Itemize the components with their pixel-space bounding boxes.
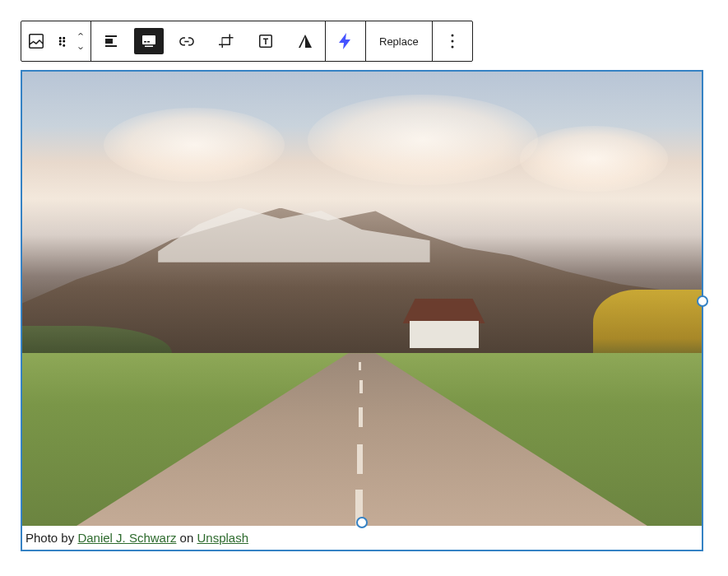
toolbar-group-ai — [326, 21, 366, 61]
crop-icon — [216, 31, 236, 51]
link-button[interactable] — [167, 21, 206, 61]
svg-point-6 — [451, 46, 453, 49]
move-up-button[interactable] — [72, 28, 90, 41]
image-caption[interactable]: Photo by Daniel J. Schwarz on Unsplash — [22, 526, 702, 550]
more-options-button[interactable] — [433, 21, 472, 61]
image-decoration — [359, 380, 363, 393]
block-toolbar: Replace — [21, 21, 473, 62]
align-icon — [101, 31, 121, 51]
block-mover — [71, 25, 90, 58]
resize-handle-bottom[interactable] — [356, 517, 368, 528]
svg-rect-3 — [147, 41, 150, 43]
duotone-button[interactable] — [285, 21, 325, 61]
drag-handle[interactable] — [51, 34, 71, 49]
block-image — [22, 72, 702, 526]
image-decoration — [357, 444, 363, 474]
svg-rect-0 — [142, 35, 155, 44]
image-decoration — [403, 299, 485, 323]
svg-point-4 — [451, 35, 453, 37]
crop-button[interactable] — [206, 21, 246, 61]
svg-rect-2 — [144, 41, 146, 43]
image-decoration — [104, 108, 285, 182]
replace-button[interactable]: Replace — [366, 21, 432, 61]
move-down-button[interactable] — [72, 41, 90, 54]
caption-icon — [139, 31, 159, 51]
chevron-up-icon — [73, 30, 88, 39]
more-vertical-icon — [443, 31, 462, 51]
toolbar-group-block — [21, 21, 91, 61]
ai-assistant-button[interactable] — [326, 21, 365, 61]
drag-icon — [53, 34, 68, 49]
image-icon — [26, 31, 46, 51]
resize-handle-right[interactable] — [697, 295, 708, 307]
caption-button[interactable] — [134, 28, 164, 54]
toolbar-group-replace: Replace — [366, 21, 433, 61]
caption-prefix: Photo by — [26, 531, 77, 545]
text-overlay-button[interactable] — [246, 21, 285, 61]
svg-rect-1 — [145, 46, 153, 48]
toolbar-group-align — [91, 21, 326, 61]
svg-point-5 — [451, 40, 453, 43]
image-decoration — [359, 407, 363, 427]
image-decoration — [359, 362, 361, 370]
caption-author-link[interactable]: Daniel J. Schwarz — [77, 531, 176, 545]
duotone-icon — [295, 31, 315, 51]
lightning-icon — [336, 31, 355, 51]
text-overlay-icon — [256, 31, 276, 51]
image-decoration — [520, 126, 668, 192]
chevron-down-icon — [73, 43, 88, 53]
image-decoration — [410, 321, 479, 348]
image-decoration — [308, 95, 538, 185]
image-decoration — [403, 299, 485, 348]
block-type-button[interactable] — [21, 21, 51, 61]
toolbar-group-more — [433, 21, 472, 61]
image-block[interactable]: Photo by Daniel J. Schwarz on Unsplash — [21, 70, 703, 551]
caption-source-link[interactable]: Unsplash — [197, 531, 248, 545]
caption-middle: on — [176, 531, 197, 545]
link-icon — [177, 31, 197, 51]
align-button[interactable] — [91, 21, 131, 61]
